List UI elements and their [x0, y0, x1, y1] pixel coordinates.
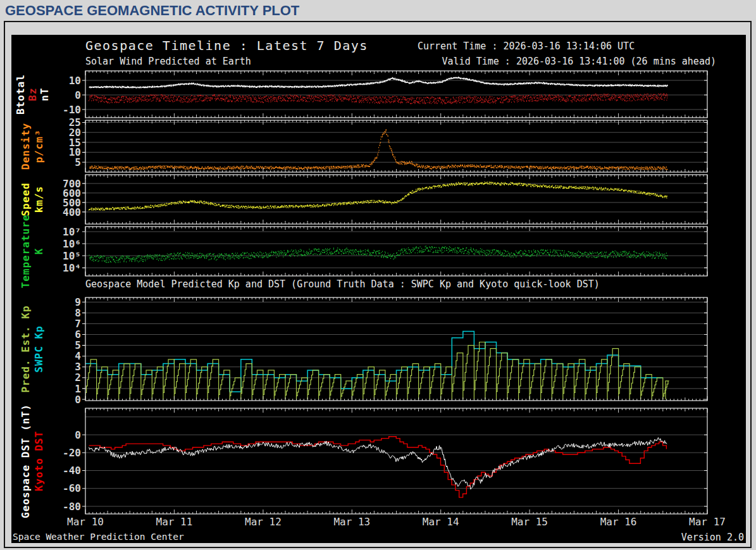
- plot-canvas: 100-10BtotalBznT252015105Densityp/cm³700…: [0, 0, 756, 550]
- data-kp: [85, 331, 669, 399]
- x-axis-label-0: Mar 10: [67, 516, 104, 528]
- data-temperature: [89, 246, 668, 263]
- gridlines-dst: [85, 417, 707, 506]
- ytick-label-temperature: 10⁴: [63, 262, 81, 274]
- ytick-label-dst: -20: [63, 447, 81, 459]
- ytick-label-dst: -40: [63, 465, 81, 477]
- data-imf: [89, 77, 668, 104]
- series-Temperature: [89, 246, 668, 263]
- frame-density: [85, 120, 707, 172]
- x-axis-label-1: Mar 11: [156, 516, 193, 528]
- ytick-label-dst: -60: [63, 482, 81, 494]
- ytick-label-temperature: 10⁶: [63, 238, 81, 250]
- x-axis-label-2: Mar 12: [245, 516, 282, 528]
- ytick-label-imf: -10: [63, 104, 81, 116]
- axis-label-temperature-0: Temperature: [20, 215, 32, 289]
- axis-label-speed-0: Speed: [20, 182, 32, 216]
- panel-dst: 0-20-40-60-80Geospace DST (nT)Kyoto DST: [20, 404, 707, 518]
- axis-label-imf-1: Bz: [27, 87, 39, 101]
- current-time-label: Current Time : 2026-03-16 13:14:06 UTC: [418, 41, 635, 52]
- x-axis-label-4: Mar 14: [423, 516, 459, 528]
- axis-label-dst-1: Kyoto DST: [33, 431, 45, 492]
- axis-label-dst-0: Geospace DST (nT): [20, 404, 32, 518]
- x-ticks-temperature: [85, 227, 707, 276]
- ytick-label-dst: -80: [63, 501, 81, 513]
- plot-title: Geospace Timeline : Latest 7 Days: [85, 38, 368, 53]
- ytick-label-temperature: 10⁵: [63, 250, 81, 262]
- axis-label-density-1: p/cm³: [33, 129, 45, 163]
- page: GEOSPACE GEOMAGNETIC ACTIVITY PLOT 100-1…: [0, 0, 756, 550]
- footer-version-label: Version 2.0: [681, 532, 744, 543]
- y-ticks-speed: [82, 184, 707, 212]
- ytick-label-temperature: 10⁷: [63, 226, 81, 238]
- axis-label-density-0: Density: [20, 123, 32, 170]
- axis-label-kp-0: Pred. Est. Kp: [20, 305, 32, 392]
- x-ticks-density: [85, 120, 707, 172]
- axis-label-kp-1: SWPC Kp: [33, 325, 45, 372]
- valid-time-label: Valid Time : 2026-03-16 13:41:00 (26 min…: [442, 56, 716, 67]
- axis-label-temperature-1: K: [33, 248, 45, 255]
- ytick-label-speed: 400: [63, 206, 81, 218]
- series-Pred. Est. Kp: [85, 342, 669, 400]
- ytick-label-imf: 0: [75, 89, 81, 101]
- x-axis-label-3: Mar 13: [333, 516, 370, 528]
- ytick-label-imf: 10: [69, 75, 81, 87]
- series-Bz: [89, 94, 667, 104]
- y-ticks-temperature: [82, 232, 707, 268]
- axis-label-speed-1: km/s: [33, 186, 45, 213]
- series-Density: [89, 130, 667, 170]
- panel-imf: 100-10BtotalBznT: [15, 71, 707, 118]
- axis-label-imf-2: nT: [39, 87, 51, 101]
- series-Geospace DST: [89, 437, 667, 489]
- frame-speed: [85, 175, 707, 224]
- gridlines-temperature: [85, 232, 707, 268]
- panel-density: 252015105Densityp/cm³: [20, 116, 707, 172]
- axis-label-imf-0: Btotal: [15, 74, 27, 115]
- ytick-label-dst: 0: [75, 429, 81, 441]
- footer-source-label: Space Weather Prediction Center: [13, 532, 184, 542]
- solar-wind-subtitle: Solar Wind Predicted at Earth: [85, 56, 251, 67]
- panel-temperature: 10⁷10⁶10⁵10⁴TemperatureK: [20, 215, 707, 289]
- panel-speed: 700600500400Speedkm/s: [20, 175, 707, 224]
- ytick-label-density: 5: [75, 156, 81, 168]
- x-axis-label-6: Mar 16: [600, 516, 637, 528]
- frame-temperature: [85, 227, 707, 276]
- kp-dst-section-title: Geospace Model Predicted Kp and DST (Gro…: [85, 278, 600, 290]
- data-speed: [89, 182, 667, 211]
- gridlines-density: [85, 123, 707, 163]
- x-axis-label-7: Mar 17: [689, 516, 726, 528]
- x-axis-label-5: Mar 15: [511, 516, 548, 528]
- x-ticks-speed: [85, 175, 707, 224]
- panel-kp: 9876543210Pred. Est. KpSWPC Kp: [20, 296, 707, 406]
- ytick-label-kp: 0: [75, 394, 81, 406]
- gridlines-speed: [85, 184, 707, 212]
- data-density: [89, 130, 667, 170]
- series-Speed: [89, 182, 667, 211]
